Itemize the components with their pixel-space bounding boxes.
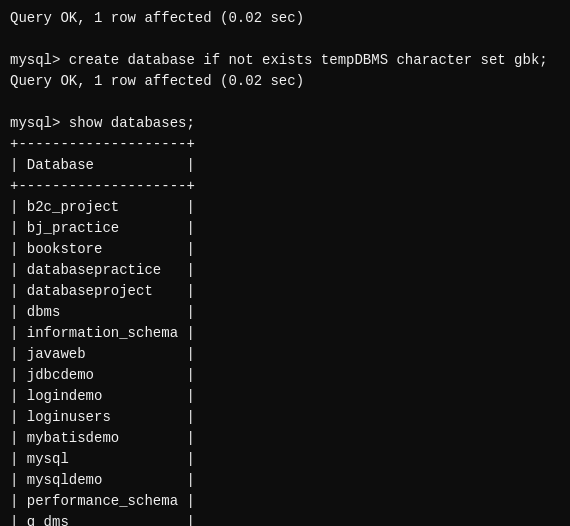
terminal-window: Query OK, 1 row affected (0.02 sec) mysq… bbox=[0, 0, 570, 526]
db-row-9: | jdbcdemo | bbox=[10, 365, 560, 386]
db-row-4: | databasepractice | bbox=[10, 260, 560, 281]
show-cmd-line: mysql> show databases; bbox=[10, 113, 560, 134]
blank-line-1 bbox=[10, 29, 560, 50]
table-border-top: +--------------------+ bbox=[10, 134, 560, 155]
create-cmd-line: mysql> create database if not exists tem… bbox=[10, 50, 560, 71]
db-row-5: | databaseproject | bbox=[10, 281, 560, 302]
db-row-12: | mybatisdemo | bbox=[10, 428, 560, 449]
db-row-6: | dbms | bbox=[10, 302, 560, 323]
db-row-16: | q_dms | bbox=[10, 512, 560, 526]
db-row-2: | bj_practice | bbox=[10, 218, 560, 239]
table-header: | Database | bbox=[10, 155, 560, 176]
db-row-3: | bookstore | bbox=[10, 239, 560, 260]
db-row-1: | b2c_project | bbox=[10, 197, 560, 218]
table-border-mid: +--------------------+ bbox=[10, 176, 560, 197]
db-row-7: | information_schema | bbox=[10, 323, 560, 344]
blank-line-2 bbox=[10, 92, 560, 113]
db-row-13: | mysql | bbox=[10, 449, 560, 470]
db-row-15: | performance_schema | bbox=[10, 491, 560, 512]
query-result-line: Query OK, 1 row affected (0.02 sec) bbox=[10, 8, 560, 29]
db-row-10: | logindemo | bbox=[10, 386, 560, 407]
db-row-8: | javaweb | bbox=[10, 344, 560, 365]
create-result-line: Query OK, 1 row affected (0.02 sec) bbox=[10, 71, 560, 92]
db-row-14: | mysqldemo | bbox=[10, 470, 560, 491]
db-row-11: | loginusers | bbox=[10, 407, 560, 428]
